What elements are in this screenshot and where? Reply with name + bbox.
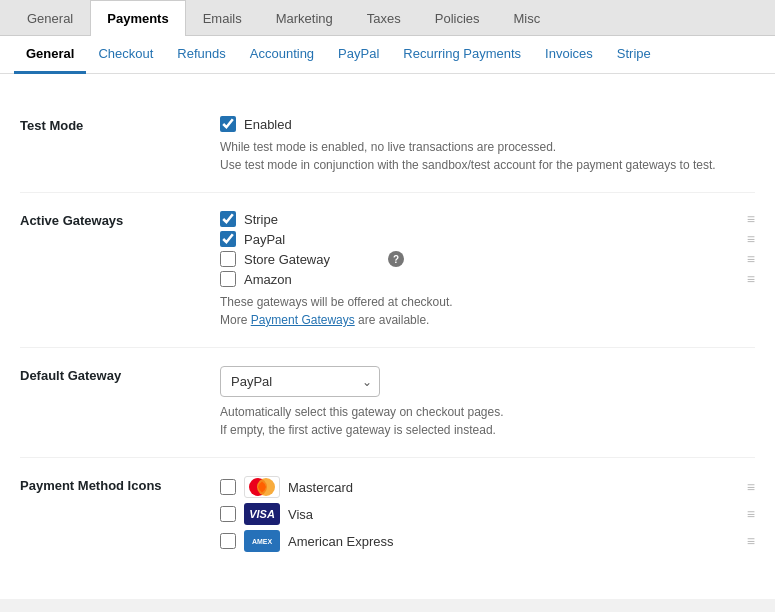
gateway-amazon-row: Amazon ≡ — [220, 271, 755, 287]
gateway-store-checkbox[interactable] — [220, 251, 236, 267]
test-mode-label: Test Mode — [20, 116, 220, 133]
mastercard-checkbox[interactable] — [220, 479, 236, 495]
amex-row: AMEX American Express ≡ — [220, 530, 755, 552]
drag-handle-paypal[interactable]: ≡ — [747, 231, 755, 247]
gateway-store-row: Store Gateway ? ≡ — [220, 251, 755, 267]
subtab-accounting[interactable]: Accounting — [238, 36, 326, 74]
active-gateways-value: Stripe ≡ PayPal ≡ Store Gateway ? ≡ Amaz… — [220, 211, 755, 329]
subtab-stripe[interactable]: Stripe — [605, 36, 663, 74]
gateway-amazon-name: Amazon — [244, 272, 384, 287]
test-mode-checkbox-row: Enabled — [220, 116, 755, 132]
mastercard-card-icon — [244, 476, 280, 498]
test-mode-section: Test Mode Enabled While test mode is ena… — [20, 98, 755, 193]
gateway-store-help-icon[interactable]: ? — [388, 251, 404, 267]
drag-handle-amex[interactable]: ≡ — [747, 533, 755, 549]
drag-handle-visa[interactable]: ≡ — [747, 506, 755, 522]
visa-row: VISA Visa ≡ — [220, 503, 755, 525]
active-gateways-section: Active Gateways Stripe ≡ PayPal ≡ Store … — [20, 193, 755, 348]
gateway-amazon-checkbox[interactable] — [220, 271, 236, 287]
gateway-paypal-name: PayPal — [244, 232, 384, 247]
default-gateway-label: Default Gateway — [20, 366, 220, 383]
drag-handle-amazon[interactable]: ≡ — [747, 271, 755, 287]
active-gateways-label: Active Gateways — [20, 211, 220, 228]
drag-handle-mastercard[interactable]: ≡ — [747, 479, 755, 495]
active-gateways-description: These gateways will be offered at checko… — [220, 293, 755, 329]
sub-tab-bar: General Checkout Refunds Accounting PayP… — [0, 36, 775, 74]
default-gateway-select[interactable]: PayPal Stripe Store Gateway Amazon — [220, 366, 380, 397]
mastercard-row: Mastercard ≡ — [220, 476, 755, 498]
tab-taxes[interactable]: Taxes — [350, 0, 418, 36]
top-tab-bar: General Payments Emails Marketing Taxes … — [0, 0, 775, 36]
tab-general[interactable]: General — [10, 0, 90, 36]
gateway-stripe-row: Stripe ≡ — [220, 211, 755, 227]
tab-emails[interactable]: Emails — [186, 0, 259, 36]
subtab-general[interactable]: General — [14, 36, 86, 74]
subtab-paypal[interactable]: PayPal — [326, 36, 391, 74]
payment-gateways-link[interactable]: Payment Gateways — [251, 313, 355, 327]
settings-content: Test Mode Enabled While test mode is ena… — [0, 74, 775, 599]
amex-label: American Express — [288, 534, 393, 549]
payment-method-icons-section: Payment Method Icons Mastercard ≡ VISA V… — [20, 458, 755, 575]
gateway-paypal-row: PayPal ≡ — [220, 231, 755, 247]
subtab-invoices[interactable]: Invoices — [533, 36, 605, 74]
visa-label: Visa — [288, 507, 313, 522]
payment-method-icons-label: Payment Method Icons — [20, 476, 220, 493]
amex-checkbox[interactable] — [220, 533, 236, 549]
tab-payments[interactable]: Payments — [90, 0, 185, 36]
subtab-recurring-payments[interactable]: Recurring Payments — [391, 36, 533, 74]
drag-handle-stripe[interactable]: ≡ — [747, 211, 755, 227]
tab-policies[interactable]: Policies — [418, 0, 497, 36]
drag-handle-store[interactable]: ≡ — [747, 251, 755, 267]
gateway-stripe-name: Stripe — [244, 212, 384, 227]
tab-misc[interactable]: Misc — [497, 0, 558, 36]
gateway-paypal-checkbox[interactable] — [220, 231, 236, 247]
mastercard-label: Mastercard — [288, 480, 353, 495]
default-gateway-description: Automatically select this gateway on che… — [220, 403, 755, 439]
default-gateway-section: Default Gateway PayPal Stripe Store Gate… — [20, 348, 755, 458]
gateway-stripe-checkbox[interactable] — [220, 211, 236, 227]
test-mode-description: While test mode is enabled, no live tran… — [220, 138, 755, 174]
default-gateway-value: PayPal Stripe Store Gateway Amazon ⌄ Aut… — [220, 366, 755, 439]
test-mode-checkbox-label: Enabled — [244, 117, 292, 132]
visa-checkbox[interactable] — [220, 506, 236, 522]
subtab-checkout[interactable]: Checkout — [86, 36, 165, 74]
tab-marketing[interactable]: Marketing — [259, 0, 350, 36]
subtab-refunds[interactable]: Refunds — [165, 36, 237, 74]
visa-card-icon: VISA — [244, 503, 280, 525]
default-gateway-select-wrapper: PayPal Stripe Store Gateway Amazon ⌄ — [220, 366, 380, 397]
payment-method-icons-value: Mastercard ≡ VISA Visa ≡ AMEX American E… — [220, 476, 755, 557]
test-mode-checkbox[interactable] — [220, 116, 236, 132]
amex-card-icon: AMEX — [244, 530, 280, 552]
gateway-store-name: Store Gateway — [244, 252, 384, 267]
test-mode-value: Enabled While test mode is enabled, no l… — [220, 116, 755, 174]
